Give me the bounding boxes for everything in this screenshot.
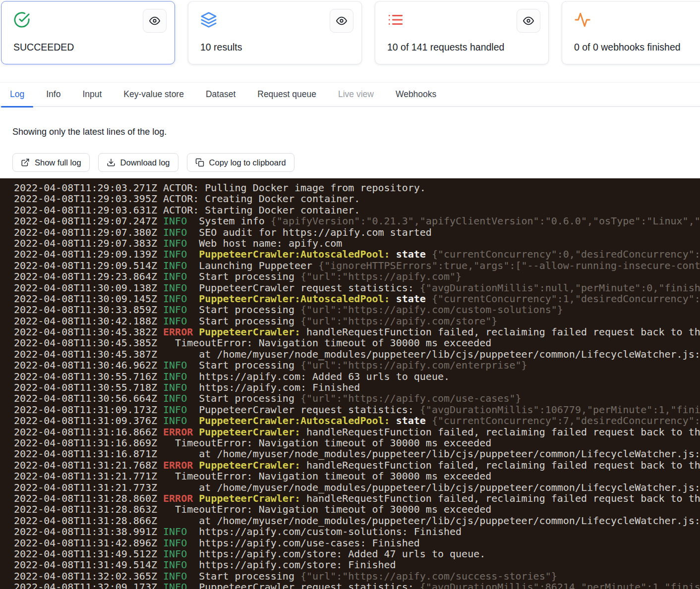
log-line: 2022-04-08T11:30:09.145Z INFO PuppeteerC… — [14, 293, 700, 304]
log-line: 2022-04-08T11:31:21.768Z ERROR Puppeteer… — [14, 460, 700, 471]
log-line: 2022-04-08T11:31:16.869Z TimeoutError: N… — [14, 437, 700, 448]
log-line: 2022-04-08T11:31:38.991Z INFO https://ap… — [14, 526, 700, 537]
check-circle-icon — [13, 11, 30, 28]
watch-run-status-button[interactable] — [143, 9, 167, 33]
log-line: 2022-04-08T11:31:16.866Z ERROR Puppeteer… — [14, 427, 700, 437]
log-line: 2022-04-08T11:29:03.631Z ACTOR: Starting… — [14, 205, 700, 215]
results-count-label: 10 results — [200, 42, 242, 53]
log-line: 2022-04-08T11:30:55.716Z INFO https://ap… — [14, 371, 700, 382]
status-cards-row: SUCCEEDED 10 results 10 of 141 reques — [1, 1, 700, 66]
log-line: 2022-04-08T11:29:07.380Z INFO SEO audit … — [14, 227, 700, 238]
log-line: 2022-04-08T11:30:45.382Z ERROR Puppeteer… — [14, 326, 700, 337]
layers-icon — [200, 11, 217, 28]
download-log-label: Download log — [120, 158, 170, 167]
tab-live-view: Live view — [338, 89, 374, 100]
log-line: 2022-04-08T11:31:21.771Z TimeoutError: N… — [14, 471, 700, 482]
copy-log-label: Copy log to clipboard — [209, 158, 286, 167]
log-line: 2022-04-08T11:29:03.395Z ACTOR: Creating… — [14, 193, 700, 204]
tab-webhooks[interactable]: Webhooks — [396, 89, 436, 100]
tab-bar: Log Info Input Key-value store Dataset R… — [0, 82, 700, 107]
tab-input[interactable]: Input — [82, 89, 102, 100]
log-line: 2022-04-08T11:31:42.896Z INFO https://ap… — [14, 537, 700, 548]
log-line: 2022-04-08T11:31:09.376Z INFO PuppeteerC… — [14, 415, 700, 426]
watch-requests-button[interactable] — [517, 9, 540, 33]
log-line: 2022-04-08T11:29:23.864Z INFO Start proc… — [14, 271, 700, 282]
show-full-log-label: Show full log — [35, 158, 81, 167]
log-line: 2022-04-08T11:29:07.383Z INFO Web host n… — [14, 238, 700, 249]
log-line: 2022-04-08T11:30:42.188Z INFO Start proc… — [14, 316, 700, 326]
log-line: 2022-04-08T11:31:28.860Z ERROR Puppeteer… — [14, 493, 700, 504]
download-log-button[interactable]: Download log — [98, 153, 178, 172]
tab-key-value-store[interactable]: Key-value store — [123, 89, 184, 100]
log-note: Showing only the latest lines of the log… — [12, 127, 167, 137]
watch-results-button[interactable] — [330, 9, 353, 33]
log-line: 2022-04-08T11:30:33.859Z INFO Start proc… — [14, 304, 700, 315]
tab-request-queue[interactable]: Request queue — [257, 89, 316, 100]
log-line: 2022-04-08T11:31:49.512Z INFO https://ap… — [14, 548, 700, 559]
download-icon — [107, 158, 116, 167]
log-line: 2022-04-08T11:30:09.138Z INFO PuppeteerC… — [14, 282, 700, 293]
log-line: 2022-04-08T11:30:55.718Z INFO https://ap… — [14, 382, 700, 393]
copy-log-button[interactable]: Copy log to clipboard — [187, 153, 294, 172]
log-line: 2022-04-08T11:29:09.514Z INFO Launching … — [14, 260, 700, 271]
webhooks-count-label: 0 of 0 webhooks finished — [574, 42, 681, 53]
log-line: 2022-04-08T11:31:28.866Z at /home/myuser… — [14, 515, 700, 526]
status-card-requests[interactable]: 10 of 141 requests handled — [375, 1, 549, 64]
log-line: 2022-04-08T11:32:09.173Z INFO PuppeteerC… — [14, 582, 700, 589]
show-full-log-button[interactable]: Show full log — [12, 153, 90, 172]
log-line: 2022-04-08T11:30:56.664Z INFO Start proc… — [14, 393, 700, 404]
tab-info[interactable]: Info — [46, 89, 60, 100]
eye-icon — [336, 15, 347, 26]
list-icon — [387, 11, 404, 28]
log-line: 2022-04-08T11:29:03.271Z ACTOR: Pulling … — [14, 182, 700, 193]
log-line: 2022-04-08T11:30:45.385Z TimeoutError: N… — [14, 337, 700, 348]
tab-log[interactable]: Log — [10, 89, 24, 100]
eye-icon — [523, 15, 534, 26]
log-line: 2022-04-08T11:29:07.247Z INFO System inf… — [14, 215, 700, 226]
log-line: 2022-04-08T11:32:02.365Z INFO Start proc… — [14, 571, 700, 582]
log-line: 2022-04-08T11:30:45.387Z at /home/myuser… — [14, 349, 700, 360]
requests-count-label: 10 of 141 requests handled — [387, 42, 504, 53]
run-status-label: SUCCEEDED — [13, 42, 74, 53]
external-link-icon — [21, 158, 30, 167]
status-card-results[interactable]: 10 results — [188, 1, 362, 64]
log-line: 2022-04-08T11:30:46.962Z INFO Start proc… — [14, 360, 700, 371]
log-output[interactable]: 2022-04-08T11:29:03.271Z ACTOR: Pulling … — [0, 178, 700, 589]
status-card-run-status[interactable]: SUCCEEDED — [1, 1, 175, 64]
log-line: 2022-04-08T11:31:09.173Z INFO PuppeteerC… — [14, 404, 700, 415]
copy-icon — [195, 158, 204, 167]
log-line: 2022-04-08T11:31:16.871Z at /home/myuser… — [14, 448, 700, 459]
log-actions: Show full log Download log Copy log to c… — [12, 153, 294, 172]
log-line: 2022-04-08T11:31:28.863Z TimeoutError: N… — [14, 504, 700, 515]
status-card-webhooks[interactable]: 0 of 0 webhooks finished — [562, 1, 700, 64]
log-line: 2022-04-08T11:31:49.514Z INFO https://ap… — [14, 559, 700, 570]
log-line: 2022-04-08T11:29:09.139Z INFO PuppeteerC… — [14, 249, 700, 260]
eye-icon — [149, 15, 160, 26]
log-line: 2022-04-08T11:31:21.773Z at /home/myuser… — [14, 482, 700, 493]
tab-dataset[interactable]: Dataset — [206, 89, 235, 100]
activity-icon — [574, 11, 591, 28]
